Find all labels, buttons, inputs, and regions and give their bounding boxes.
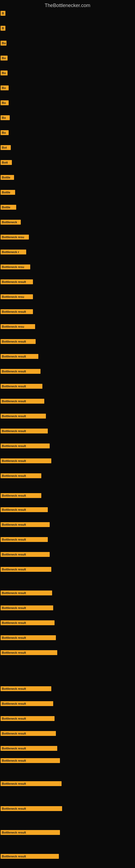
bar-item: Bottleneck result	[1, 493, 41, 498]
bar-item: Bo	[1, 86, 9, 90]
bar-item: Bottleneck result	[1, 522, 50, 527]
bar-label: Bottle	[1, 190, 15, 195]
bar-label: Bo	[1, 100, 9, 105]
bar-item: Bottleneck result	[1, 309, 33, 314]
bar-item: Bottleneck resu	[1, 265, 30, 269]
bar-item: Bottleneck result	[1, 537, 48, 542]
bar-item: Bottleneck result	[1, 701, 53, 706]
bar-item: Bottleneck	[1, 220, 21, 225]
bar-item: Bottleneck result	[1, 429, 48, 433]
bar-item: Bo	[1, 100, 9, 105]
bar-label: B	[1, 26, 5, 31]
bar-item: Bottleneck resu	[1, 294, 33, 299]
bar-item: Bottleneck result	[1, 473, 41, 478]
bar-item: Bottleneck result	[1, 443, 50, 448]
bar-label: Bottle	[1, 175, 14, 180]
bar-item: Bott	[1, 160, 12, 165]
bar-label: Bottleneck result	[1, 507, 48, 512]
bar-item: Bottle	[1, 190, 15, 195]
bar-item: B	[1, 11, 5, 16]
bar-label: Bott	[1, 160, 12, 165]
bar-label: Bottleneck result	[1, 309, 33, 314]
bar-label: Bottleneck result	[1, 369, 41, 374]
bar-label: Bottleneck r	[1, 250, 26, 254]
bar-item: Bottleneck result	[1, 686, 51, 691]
bar-label: Bottleneck result	[1, 746, 57, 751]
bar-label: Bo	[1, 56, 8, 61]
bar-item: Bottleneck result	[1, 399, 44, 404]
bar-item: Bottleneck result	[1, 806, 62, 811]
bar-label: Bottleneck result	[1, 650, 57, 655]
bar-label: B	[1, 11, 5, 16]
bar-label: Bottleneck result	[1, 716, 54, 721]
bar-label: Bottleneck result	[1, 552, 50, 557]
bar-label: Bottleneck result	[1, 701, 53, 706]
bar-label: Bottleneck result	[1, 686, 51, 691]
bar-item: Bottleneck result	[1, 620, 54, 625]
bar-item: Bo	[1, 56, 8, 61]
bar-item: Bottle	[1, 175, 14, 180]
bar-label: Bottleneck result	[1, 758, 60, 763]
bar-item: Bottleneck result	[1, 369, 41, 374]
bar-label: Bottleneck result	[1, 414, 46, 418]
bar-item: Bottleneck result	[1, 746, 57, 751]
bar-item: Bottleneck result	[1, 606, 53, 610]
bar-label: Bottleneck result	[1, 590, 52, 595]
bar-item: Bottleneck result	[1, 830, 60, 835]
bar-item: Bo	[1, 115, 10, 120]
bar-label: Bottleneck result	[1, 493, 41, 498]
bar-label: Bottleneck result	[1, 399, 44, 404]
bar-item: Bottleneck result	[1, 507, 48, 512]
chart-area: TheBottlenecker.com BBBoBoBoBoBoBoBoBotB…	[0, 0, 135, 868]
bar-item: Bottleneck result	[1, 279, 33, 284]
bar-label: Bo	[1, 41, 6, 45]
bar-label: Bottleneck resu	[1, 265, 30, 269]
bar-item: Bottleneck resu	[1, 235, 29, 240]
bar-label: Bottleneck result	[1, 854, 59, 859]
bar-label: Bottleneck result	[1, 339, 36, 344]
bar-item: B	[1, 26, 5, 31]
bar-item: Bottleneck result	[1, 590, 52, 595]
bar-item: Bottleneck result	[1, 650, 57, 655]
bar-label: Bottleneck result	[1, 279, 33, 284]
bar-label: Bottle	[1, 205, 16, 210]
bar-label: Bottleneck result	[1, 537, 48, 542]
bar-item: Bottleneck result	[1, 567, 51, 572]
bar-item: Bottleneck result	[1, 339, 36, 344]
bar-label: Bottleneck resu	[1, 235, 29, 240]
bar-label: Bo	[1, 115, 10, 120]
bar-item: Bottleneck result	[1, 552, 50, 557]
bar-label: Bottleneck result	[1, 567, 51, 572]
bar-item: Bottleneck result	[1, 635, 56, 640]
bar-item: Bo	[1, 130, 9, 135]
bar-label: Bo	[1, 86, 9, 90]
bar-label: Bottleneck result	[1, 806, 62, 811]
bar-item: Bottleneck result	[1, 384, 42, 389]
bar-item: Bo	[1, 70, 8, 75]
bar-item: Bottleneck result	[1, 854, 59, 859]
bar-label: Bottleneck resu	[1, 324, 35, 329]
bar-item: Bot	[1, 145, 11, 150]
bar-item: Bottleneck result	[1, 758, 60, 763]
bar-label: Bottleneck result	[1, 473, 41, 478]
bar-label: Bottleneck result	[1, 522, 50, 527]
bar-item: Bottleneck r	[1, 250, 26, 254]
bar-item: Bottleneck result	[1, 781, 61, 786]
bar-label: Bo	[1, 70, 8, 75]
bar-label: Bottleneck result	[1, 620, 54, 625]
bar-item: Bottleneck result	[1, 458, 51, 463]
bar-label: Bottleneck resu	[1, 294, 33, 299]
bar-label: Bottleneck result	[1, 429, 48, 433]
bar-label: Bo	[1, 130, 9, 135]
bar-label: Bot	[1, 145, 11, 150]
bar-label: Bottleneck result	[1, 458, 51, 463]
bar-item: Bottleneck result	[1, 716, 54, 721]
bar-item: Bottleneck result	[1, 354, 38, 359]
bar-item: Bottleneck result	[1, 414, 46, 418]
bar-label: Bottleneck result	[1, 606, 53, 610]
site-title: TheBottlenecker.com	[0, 0, 135, 10]
bar-label: Bottleneck result	[1, 443, 50, 448]
bar-label: Bottleneck result	[1, 781, 61, 786]
bar-label: Bottleneck result	[1, 384, 42, 389]
bar-item: Bottleneck result	[1, 731, 56, 736]
